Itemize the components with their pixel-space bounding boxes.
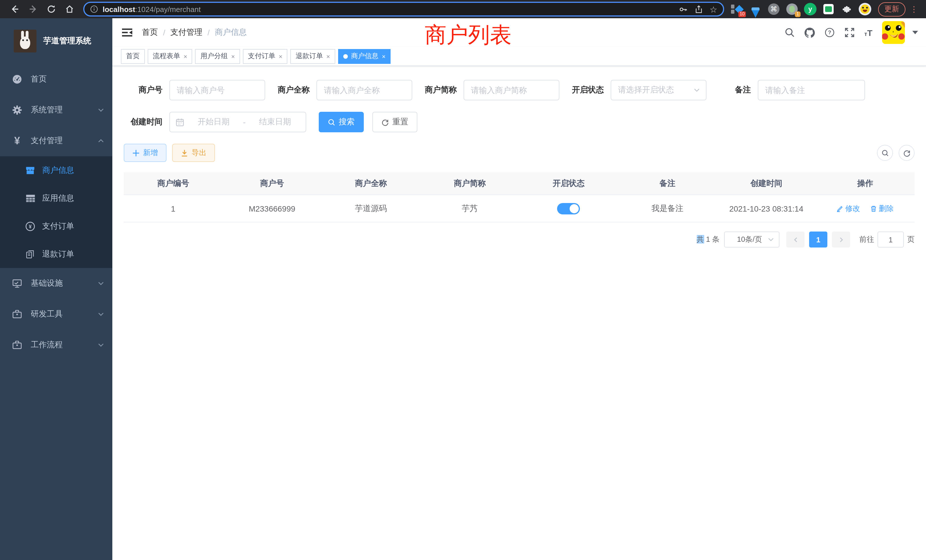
sidebar-item-workflow[interactable]: 工作流程 <box>0 330 112 360</box>
tab-home[interactable]: 首页 <box>121 49 145 64</box>
page-size-select[interactable]: 10条/页 <box>724 232 779 248</box>
date-range-picker[interactable]: 开始日期 - 结束日期 <box>169 112 306 132</box>
toggle-search-button[interactable] <box>877 145 893 161</box>
date-end-placeholder[interactable]: 结束日期 <box>250 117 300 127</box>
full-name-input[interactable] <box>316 80 412 100</box>
sidebar-item-refund-order[interactable]: 退款订单 <box>0 240 112 268</box>
cell-merchant-no: M233666999 <box>222 204 322 213</box>
refresh-table-button[interactable] <box>899 145 915 161</box>
remark-input[interactable] <box>758 80 865 100</box>
extension-tester-icon[interactable]: 1 <box>786 3 798 15</box>
merchant-table: 商户编号 商户号 商户全称 商户简称 开启状态 备注 创建时间 操作 1 M23… <box>124 172 915 222</box>
goto-page-input[interactable] <box>878 232 904 248</box>
browser-update-button[interactable]: 更新 <box>878 2 905 16</box>
sidebar-menu: 首页 系统管理 ¥ 支付管理 <box>0 64 112 560</box>
chevron-down-icon <box>693 87 700 94</box>
close-icon[interactable]: × <box>382 53 386 60</box>
calendar-icon <box>176 118 184 126</box>
pay-submenu: 商户信息 应用信息 ¥ 支付订单 <box>0 156 112 268</box>
extension-notes-icon[interactable] <box>822 3 835 15</box>
tab-merchant-info[interactable]: 商户信息× <box>338 49 391 64</box>
red-annotation: 商户列表 <box>425 21 511 50</box>
sidebar-item-dev-tools[interactable]: 研发工具 <box>0 299 112 330</box>
edit-pencil-icon <box>837 205 844 212</box>
site-info-icon[interactable] <box>90 5 98 13</box>
fullscreen-icon[interactable] <box>844 27 855 38</box>
yen-circle-icon: ¥ <box>25 221 35 231</box>
forward-icon[interactable] <box>29 5 38 14</box>
tab-user-group[interactable]: 用户分组× <box>195 49 240 64</box>
close-icon[interactable]: × <box>327 53 330 60</box>
address-bar[interactable]: localhost:1024/pay/merchant ☆ <box>83 2 724 17</box>
extension-y-icon[interactable]: y <box>804 3 817 15</box>
breadcrumb-home[interactable]: 首页 <box>142 27 158 38</box>
tab-pay-order[interactable]: 支付订单× <box>243 49 287 64</box>
goto-unit: 页 <box>907 235 915 245</box>
close-icon[interactable]: × <box>231 53 235 60</box>
toolbox-icon <box>11 309 23 320</box>
search-icon <box>328 118 335 126</box>
add-button[interactable]: 新增 <box>124 144 166 162</box>
short-name-input[interactable] <box>464 80 559 100</box>
sidebar-item-merchant-info[interactable]: 商户信息 <box>0 156 112 184</box>
active-dot <box>343 54 348 59</box>
reload-icon[interactable] <box>47 5 56 14</box>
reset-button[interactable]: 重置 <box>372 112 418 132</box>
github-icon[interactable] <box>805 27 815 38</box>
merchant-no-input[interactable] <box>169 80 265 100</box>
home-icon[interactable] <box>65 5 74 14</box>
browser-toolbar: localhost:1024/pay/merchant ☆ 10 ⌘ 1 y 更… <box>0 0 926 18</box>
next-page-button[interactable] <box>832 232 850 248</box>
sidebar-fold-icon[interactable] <box>121 27 133 38</box>
sidebar-item-app-info[interactable]: 应用信息 <box>0 184 112 212</box>
breadcrumb-pay[interactable]: 支付管理 <box>171 27 203 38</box>
close-icon[interactable]: × <box>279 53 283 60</box>
sidebar-item-home[interactable]: 首页 <box>0 64 112 95</box>
extensions-puzzle-icon[interactable] <box>840 3 853 15</box>
sidebar-item-system[interactable]: 系统管理 <box>0 95 112 126</box>
screen: localhost:1024/pay/merchant ☆ 10 ⌘ 1 y 更… <box>0 0 926 560</box>
browser-menu-icon[interactable]: ⋮ <box>910 6 918 12</box>
refresh-icon <box>903 149 910 157</box>
extension-diamond-icon[interactable]: 10 <box>731 3 743 15</box>
sidebar-item-pay-order[interactable]: ¥ 支付订单 <box>0 212 112 240</box>
help-icon[interactable]: ? <box>825 27 835 38</box>
date-start-placeholder[interactable]: 开始日期 <box>189 117 238 127</box>
search-icon[interactable] <box>785 27 795 38</box>
password-key-icon[interactable] <box>679 5 687 14</box>
app-logo-row[interactable]: 芋道管理系统 <box>0 18 112 64</box>
status-label: 开启状态 <box>565 85 604 95</box>
page-1-button[interactable]: 1 <box>809 232 828 248</box>
prev-page-button[interactable] <box>786 232 805 248</box>
status-select[interactable]: 请选择开启状态 <box>611 80 707 100</box>
chevron-down-icon <box>97 311 104 318</box>
extension-command-icon[interactable]: ⌘ <box>767 3 780 15</box>
back-icon[interactable] <box>10 5 20 14</box>
font-size-icon[interactable]: тT <box>864 28 872 37</box>
table-header: 商户编号 商户号 商户全称 商户简称 开启状态 备注 创建时间 操作 <box>124 172 915 195</box>
search-button[interactable]: 搜索 <box>319 112 364 132</box>
filter-row-2: 创建时间 开始日期 - 结束日期 搜索 重置 <box>124 112 915 132</box>
chevron-down-icon <box>97 342 104 348</box>
tab-process-form[interactable]: 流程表单× <box>148 49 192 64</box>
profile-emoji-icon[interactable] <box>859 3 871 15</box>
sidebar-item-infra[interactable]: 基础设施 <box>0 268 112 299</box>
edit-link[interactable]: 修改 <box>837 203 860 213</box>
export-button[interactable]: 导出 <box>172 144 215 162</box>
extension-gem-icon[interactable] <box>749 3 762 15</box>
bookmark-star-icon[interactable]: ☆ <box>710 5 717 14</box>
sidebar-item-pay[interactable]: ¥ 支付管理 <box>0 126 112 156</box>
search-icon <box>881 149 889 157</box>
chevron-right-icon <box>838 236 844 243</box>
close-icon[interactable]: × <box>184 53 187 60</box>
delete-link[interactable]: 删除 <box>870 203 894 213</box>
tab-refund-order[interactable]: 退款订单× <box>291 49 335 64</box>
avatar[interactable] <box>882 21 905 44</box>
chevron-left-icon <box>792 236 799 243</box>
url-text[interactable]: localhost:1024/pay/merchant <box>103 5 674 14</box>
share-icon[interactable] <box>694 5 703 14</box>
plus-icon <box>132 149 140 157</box>
table-toolbar: 新增 导出 <box>124 144 915 162</box>
status-toggle[interactable] <box>557 203 580 214</box>
avatar-caret-icon[interactable] <box>912 31 918 34</box>
